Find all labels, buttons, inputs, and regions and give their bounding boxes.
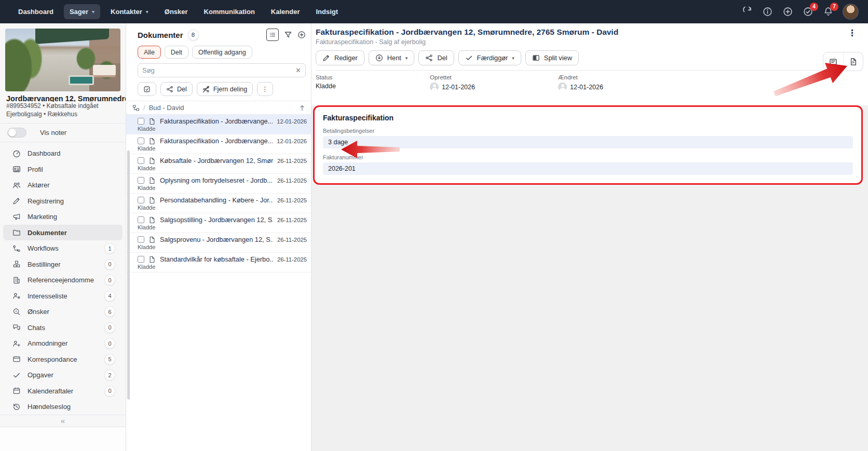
sidebar-item-profil[interactable]: Profil bbox=[3, 161, 123, 177]
row-checkbox[interactable] bbox=[138, 177, 144, 184]
sidebar-item-referenceejendomme[interactable]: Referenceejendomme0 bbox=[3, 272, 123, 288]
document-icon bbox=[148, 177, 156, 184]
nav-item-kontakter[interactable]: Kontakter▾ bbox=[105, 4, 154, 19]
download-button[interactable]: Hent▾ bbox=[369, 50, 415, 65]
scrollbar-thumb[interactable] bbox=[127, 151, 130, 400]
edit-button[interactable]: Rediger bbox=[316, 50, 364, 65]
sidebar-item-chats[interactable]: Chats0 bbox=[3, 320, 123, 336]
nav-item-oensker[interactable]: Ønsker bbox=[159, 4, 194, 19]
sidebar-collapse-button[interactable]: « bbox=[0, 415, 126, 427]
nav-item-sager[interactable]: Sager▾ bbox=[64, 4, 100, 19]
sidebar-item-opgaver[interactable]: Opgaver2 bbox=[3, 367, 123, 383]
sidebar-item-bestillinger[interactable]: Bestillinger0 bbox=[3, 256, 123, 272]
sort-ascending-icon[interactable] bbox=[299, 104, 306, 112]
sidebar-item-korrespondance[interactable]: Korrespondance5 bbox=[3, 351, 123, 367]
add-icon[interactable] bbox=[782, 6, 793, 18]
document-row[interactable]: Fakturaspecifikation - Jordbærvange...12… bbox=[126, 115, 311, 134]
status-label: Status bbox=[316, 74, 430, 80]
sidebar-item-workflows[interactable]: Workflows1 bbox=[3, 240, 123, 256]
unshare-button[interactable]: Fjern deling bbox=[197, 82, 253, 96]
calendar-icon bbox=[12, 387, 21, 395]
tasks-icon[interactable]: 4 bbox=[802, 6, 813, 18]
row-checkbox[interactable] bbox=[138, 157, 144, 164]
finalize-button[interactable]: Færdiggør▾ bbox=[458, 50, 521, 65]
more-actions-button[interactable]: ⋮ bbox=[257, 82, 273, 96]
document-status: Kladde bbox=[138, 185, 308, 191]
field-fakturanummer[interactable]: 2026-201 bbox=[323, 162, 853, 175]
sidebar-item-oensker[interactable]: Ønsker6 bbox=[3, 304, 123, 320]
refresh-icon[interactable] bbox=[741, 6, 753, 18]
document-subtitle: Fakturaspecifikation - Salg af ejerbolig bbox=[316, 38, 862, 46]
case-menu: Dashboard Profil Aktører Registrering Ma… bbox=[0, 142, 126, 415]
document-row[interactable]: Købsaftale - Jordbærvangen 12, Smør...26… bbox=[126, 154, 311, 174]
row-checkbox[interactable] bbox=[138, 197, 144, 203]
sidebar-item-haendelseslog[interactable]: Hændelseslog bbox=[3, 399, 123, 415]
tray-icon bbox=[12, 355, 21, 363]
filter-chip-alle[interactable]: Alle bbox=[138, 46, 161, 59]
info-icon[interactable] bbox=[762, 6, 773, 18]
document-icon bbox=[148, 256, 156, 263]
collapse-chevrons-icon: « bbox=[61, 416, 65, 425]
document-status: Kladde bbox=[138, 204, 308, 211]
filter-chip-offentlig-adgang[interactable]: Offentlig adgang bbox=[192, 46, 252, 59]
document-row[interactable]: Standardvilkår for købsaftale - Ejerbo..… bbox=[126, 253, 311, 272]
document-icon bbox=[148, 197, 156, 204]
sidebar-item-marketing[interactable]: Marketing bbox=[3, 209, 123, 225]
filter-chip-delt[interactable]: Delt bbox=[165, 46, 188, 59]
count-badge: 0 bbox=[104, 322, 115, 333]
notifications-bell-icon[interactable]: 7 bbox=[822, 6, 834, 18]
list-icon bbox=[268, 31, 277, 39]
sidebar-item-dashboard[interactable]: Dashboard bbox=[3, 145, 123, 161]
detail-more-menu[interactable]: ⋮ bbox=[848, 29, 857, 37]
add-document-button[interactable] bbox=[297, 31, 306, 39]
folder-tree-icon[interactable] bbox=[132, 104, 140, 112]
row-checkbox[interactable] bbox=[138, 256, 144, 263]
breadcrumb-folder[interactable]: Bud - David bbox=[149, 104, 184, 112]
row-checkbox[interactable] bbox=[138, 216, 144, 223]
select-all-button[interactable] bbox=[138, 82, 156, 96]
document-row[interactable]: Salgsprovenu - Jordbærvangen 12, S...26-… bbox=[126, 233, 311, 253]
document-search: ✕ bbox=[138, 63, 306, 77]
sidebar-item-dokumenter[interactable]: Dokumenter bbox=[3, 225, 123, 241]
form-view-icon bbox=[829, 58, 837, 66]
count-badge: 0 bbox=[104, 259, 115, 270]
pencil-icon bbox=[12, 197, 21, 205]
share-off-icon bbox=[202, 86, 210, 93]
sidebar-item-registrering[interactable]: Registrering bbox=[3, 193, 123, 209]
nav-item-kalender[interactable]: Kalender bbox=[265, 4, 306, 19]
document-title: Fakturaspecifikation - Jordbærvangen 12,… bbox=[316, 28, 862, 37]
search-input[interactable] bbox=[142, 66, 292, 74]
show-notes-label: Vis noter bbox=[40, 129, 66, 136]
clear-search-icon[interactable]: ✕ bbox=[295, 66, 301, 74]
document-status: Kladde bbox=[138, 224, 308, 230]
document-row[interactable]: Oplysning om fortrydelsesret - Jordb...2… bbox=[126, 174, 311, 194]
documents-count-badge: 8 bbox=[188, 30, 199, 40]
show-notes-toggle[interactable] bbox=[7, 128, 26, 138]
document-row[interactable]: Persondatabehandling - Købere - Jor...26… bbox=[126, 194, 311, 213]
property-photo[interactable] bbox=[5, 29, 120, 91]
field-betalingsbetingelser[interactable]: 3 dage bbox=[323, 136, 853, 148]
pdf-view-tab[interactable] bbox=[843, 52, 863, 71]
row-checkbox[interactable] bbox=[138, 236, 144, 243]
row-checkbox[interactable] bbox=[138, 138, 144, 144]
megaphone-icon bbox=[12, 213, 21, 221]
filter-button[interactable] bbox=[284, 31, 292, 39]
share-button[interactable]: Del bbox=[418, 50, 454, 65]
form-view-tab[interactable] bbox=[823, 52, 843, 71]
list-view-button[interactable] bbox=[266, 29, 279, 41]
checkmark-icon bbox=[465, 54, 473, 62]
sidebar-item-interesseliste[interactable]: Interesseliste4 bbox=[3, 288, 123, 304]
sidebar-item-aktoerer[interactable]: Aktører bbox=[3, 177, 123, 193]
document-row[interactable]: Salgsopstilling - Jordbærvangen 12, S...… bbox=[126, 213, 311, 233]
sidebar-item-anmodninger[interactable]: Anmodninger0 bbox=[3, 335, 123, 351]
document-row[interactable]: Fakturaspecifikation - Jordbærvange...12… bbox=[126, 134, 311, 154]
nav-item-dashboard[interactable]: Dashboard bbox=[12, 4, 59, 19]
sidebar-item-kalenderaftaler[interactable]: Kalenderaftaler0 bbox=[3, 383, 123, 399]
share-button[interactable]: Del bbox=[160, 82, 193, 96]
nav-item-kommunikation[interactable]: Kommunikation bbox=[198, 4, 261, 19]
split-view-button[interactable]: Split view bbox=[525, 50, 579, 65]
row-checkbox[interactable] bbox=[138, 118, 144, 125]
boxes-icon bbox=[12, 260, 21, 268]
nav-item-indsigt[interactable]: Indsigt bbox=[310, 4, 344, 19]
user-avatar[interactable] bbox=[843, 4, 859, 20]
